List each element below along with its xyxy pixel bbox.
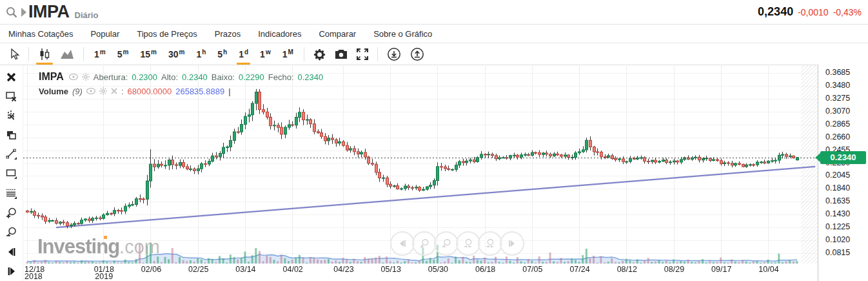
download-chart-icon[interactable]: [382, 44, 406, 65]
eye-icon[interactable]: [69, 74, 78, 80]
x-axis-label: 01/182019: [89, 266, 119, 280]
upload-chart-icon[interactable]: [406, 44, 429, 65]
y-axis-label: 0.3070: [825, 107, 850, 116]
chart-application: IMPA Diário 0,2340 -0,0010 -0,43% Minhas…: [0, 0, 868, 281]
chart-toolbar: 1m 5m 15m 30m 1h 5h 1d 1w 1M: [0, 44, 868, 65]
menu-popular[interactable]: Popular: [90, 29, 119, 39]
interval-1M[interactable]: 1M: [277, 44, 299, 65]
menu-indicadores[interactable]: Indicadores: [258, 29, 301, 39]
interval-30m[interactable]: 30m: [163, 44, 190, 65]
chart-plot-area: IMPA Abertura: 0.2300 Alto: 0.2340 Baixo…: [23, 65, 818, 266]
header-bar: IMPA Diário 0,2340 -0,0010 -0,43%: [0, 0, 868, 25]
interval-1m[interactable]: 1m: [88, 44, 112, 65]
search-icon[interactable]: [5, 6, 18, 19]
pan-left-icon[interactable]: [390, 231, 415, 256]
close-icon[interactable]: [5, 70, 19, 84]
gear-icon[interactable]: [99, 87, 107, 95]
toolbar-separator: [83, 47, 84, 61]
menu-sobre-o-grafico[interactable]: Sobre o Gráfico: [373, 29, 432, 39]
close-label: Fecho:: [268, 72, 294, 82]
open-value: 0.2300: [132, 72, 157, 82]
last-price: 0,2340: [758, 5, 793, 19]
timeframe-label: Diário: [75, 10, 99, 20]
x-axis-label: 07/05: [518, 266, 547, 273]
fib-retracement-icon[interactable]: [5, 187, 19, 201]
menu-comparar[interactable]: Comparar: [319, 29, 356, 39]
deselect-drawing-icon[interactable]: [5, 89, 19, 103]
y-axis-label: 0.3685: [825, 68, 850, 77]
x-axis-label: 05/13: [376, 266, 406, 273]
x-axis-label: 04/02: [278, 266, 308, 273]
chart-nav-controls: [390, 231, 522, 256]
y-axis-label: 0.0815: [825, 248, 850, 257]
x-axis-label: 05/30: [423, 266, 453, 273]
y-axis-label: 0.1635: [825, 196, 850, 205]
interval-5m[interactable]: 5m: [112, 44, 135, 65]
y-axis-label: 0.1225: [825, 222, 850, 231]
price-change-percent: -0,43%: [833, 7, 862, 17]
pan-right-icon[interactable]: [500, 231, 524, 256]
zoom-expand-icon[interactable]: [456, 231, 480, 256]
chevron-right-icon: [21, 8, 27, 17]
menu-prazos[interactable]: Prazos: [215, 29, 241, 39]
volume-value: 68000.0000: [128, 87, 172, 96]
symbol-title: IMPA: [28, 2, 70, 22]
price-change: -0,0010: [798, 7, 828, 17]
x-axis-label: 08/12: [612, 266, 642, 273]
trendline-tool-icon[interactable]: [5, 147, 19, 161]
remove-icon[interactable]: [111, 88, 117, 94]
x-axis-label: 02/25: [184, 266, 213, 273]
settings-gear-icon[interactable]: [309, 44, 330, 65]
x-axis-label: 12/182018: [25, 266, 54, 280]
x-axis-label: 03/14: [231, 266, 261, 273]
legend-pipe: |: [228, 87, 230, 96]
y-axis[interactable]: 0.36850.34800.32750.30700.28650.26600.24…: [818, 65, 868, 281]
fullscreen-icon[interactable]: [352, 44, 373, 65]
gear-icon[interactable]: [82, 73, 90, 81]
shape-tool-icon[interactable]: [5, 167, 19, 181]
interval-1h[interactable]: 1h: [190, 44, 212, 65]
cursor-icon[interactable]: [5, 44, 24, 65]
x-axis-label: 04/23: [329, 266, 359, 273]
y-axis-label: 0.2865: [825, 120, 850, 129]
y-axis-label: 0.3275: [825, 94, 850, 103]
x-axis-label: 10/04: [754, 266, 784, 273]
remove-indicators-icon[interactable]: [5, 109, 19, 123]
candlestick-chart-icon[interactable]: [34, 44, 55, 65]
area-chart-icon[interactable]: [55, 44, 79, 65]
camera-snapshot-icon[interactable]: [330, 44, 352, 65]
y-axis-label: 0.2660: [825, 132, 850, 141]
high-label: Alto:: [161, 72, 178, 82]
close-value: 0.2340: [298, 72, 324, 82]
drawing-tools-sidebar: [0, 65, 23, 281]
toolbar-separator: [304, 47, 304, 61]
zoom-out-icon[interactable]: [434, 231, 459, 256]
interval-15m[interactable]: 15m: [134, 44, 162, 65]
pan-right-icon[interactable]: [5, 264, 19, 278]
current-price-tag: 0.2340: [820, 151, 866, 164]
clone-drawing-icon[interactable]: [5, 128, 19, 142]
volume-period: (9): [72, 87, 83, 96]
low-value: 0.2290: [239, 72, 264, 82]
menu-minhas-cotacoes[interactable]: Minhas Cotações: [8, 29, 73, 39]
toolbar-separator: [28, 47, 29, 61]
interval-5h[interactable]: 5h: [212, 44, 233, 65]
menu-tipos-de-precos[interactable]: Tipos de Preços: [137, 29, 197, 39]
toolbar-separator: [377, 47, 378, 61]
y-axis-label: 0.2045: [825, 171, 850, 180]
pan-left-icon[interactable]: [5, 245, 19, 259]
x-axis-label: 08/29: [660, 266, 689, 273]
eye-icon[interactable]: [86, 88, 95, 94]
y-axis-label: 0.1430: [825, 209, 850, 218]
y-axis-label: 0.1020: [825, 235, 850, 244]
zoom-in-icon[interactable]: [412, 231, 437, 256]
zoom-out-icon[interactable]: [5, 225, 19, 240]
zoom-in-icon[interactable]: [5, 206, 19, 220]
volume-separator: :: [121, 87, 124, 96]
x-axis-label: 06/18: [471, 266, 500, 273]
interval-1d[interactable]: 1d: [233, 44, 254, 65]
zoom-contract-icon[interactable]: [478, 231, 502, 256]
x-axis: 12/18201801/18201902/0602/2503/1404/0204…: [23, 266, 818, 281]
interval-1w[interactable]: 1w: [254, 44, 277, 65]
x-axis-label: 09/17: [707, 266, 736, 273]
